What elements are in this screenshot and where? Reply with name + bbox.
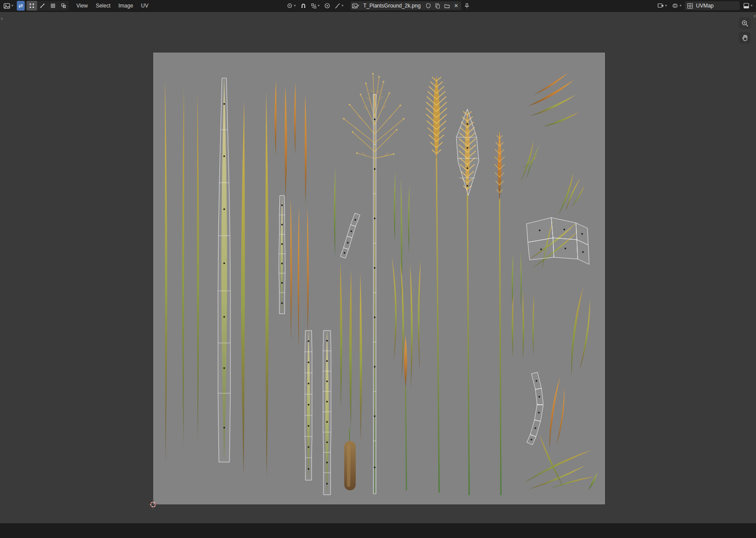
proportional-editing-icon	[324, 3, 330, 9]
sync-icon: ⇄	[19, 3, 23, 8]
pivot-point-icon	[286, 3, 293, 9]
browse-image-dropdown[interactable]: ▾	[351, 1, 360, 10]
snap-toggle-button[interactable]	[298, 1, 308, 11]
chevron-down-icon: ▾	[342, 4, 343, 8]
uvmap-selector[interactable]: UVMap	[685, 1, 740, 10]
edge-select-icon	[40, 3, 45, 8]
uvmap-name: UVMap	[693, 3, 739, 9]
vertex-select-icon	[29, 3, 34, 8]
magnifier-icon	[741, 19, 749, 27]
menu-item-view[interactable]: View	[72, 1, 92, 11]
chevron-down-icon: ▾	[357, 4, 359, 8]
overlays-dropdown[interactable]: ▾	[670, 1, 683, 11]
display-channels-icon	[743, 3, 749, 9]
editor-type-dropdown[interactable]: ▾	[2, 1, 15, 11]
pivot-point-dropdown[interactable]: ▾	[285, 1, 297, 11]
face-select-icon	[50, 3, 56, 8]
texture-image	[153, 53, 605, 504]
uv-grid-icon	[687, 3, 693, 9]
pan-button[interactable]	[739, 32, 751, 44]
select-mode-island-button[interactable]	[58, 1, 69, 11]
chevron-down-icon: ▾	[318, 4, 320, 8]
uv-editor-header: ▾ ⇄	[0, 0, 756, 12]
chevron-down-icon: ▾	[665, 4, 667, 8]
island-select-icon	[61, 3, 66, 8]
image-settings-dropdown[interactable]: ▾	[656, 1, 669, 11]
folder-icon	[444, 3, 450, 9]
sidebar-expand-arrow[interactable]: ›	[1, 15, 3, 22]
shield-icon	[426, 3, 431, 8]
overlays-icon	[672, 3, 678, 9]
chevron-down-icon: ▾	[751, 4, 752, 8]
uv-image-editor-icon	[4, 3, 10, 9]
header-center-group: ▾ ▾	[285, 0, 471, 11]
open-image-button[interactable]	[442, 1, 451, 10]
snap-settings-dropdown[interactable]: ▾	[309, 1, 321, 11]
unlink-image-button[interactable]: ✕	[451, 1, 461, 10]
select-mode-vertex-button[interactable]	[26, 1, 37, 11]
menu-item-select[interactable]: Select	[92, 1, 114, 11]
blender-uv-editor-window: ▾ ⇄	[0, 0, 756, 538]
plant-texture-atlas	[153, 53, 605, 504]
falloff-curve-icon	[335, 3, 340, 9]
header-left-group: ▾ ⇄	[2, 1, 152, 11]
menu-bar: View Select Image UV	[72, 1, 152, 11]
select-mode-edge-button[interactable]	[37, 1, 48, 11]
uv-sync-selection-toggle[interactable]: ⇄	[17, 1, 25, 11]
select-mode-face-button[interactable]	[48, 1, 58, 11]
menu-item-uv[interactable]: UV	[137, 1, 153, 11]
chevron-down-icon: ▾	[11, 4, 13, 8]
fake-user-toggle[interactable]	[424, 1, 433, 10]
2d-cursor	[148, 499, 158, 510]
close-icon: ✕	[454, 3, 459, 8]
image-datablock-field: ▾ T_PlantsGround_2k.png	[350, 1, 461, 10]
snap-increment-icon	[311, 3, 316, 9]
hand-icon	[741, 34, 749, 42]
proportional-falloff-dropdown[interactable]: ▾	[333, 1, 345, 11]
bottom-editor-strip	[0, 523, 756, 538]
duplicate-pages-icon	[435, 3, 440, 8]
pin-icon	[464, 3, 470, 9]
image-icon	[352, 3, 357, 9]
pin-image-toggle[interactable]	[462, 1, 471, 11]
chevron-down-icon: ▾	[680, 4, 681, 8]
uv-editor-viewport[interactable]: › ‹	[0, 12, 756, 523]
magnet-icon	[300, 3, 306, 9]
image-name-field[interactable]: T_PlantsGround_2k.png	[360, 3, 424, 9]
new-image-button[interactable]	[433, 1, 442, 10]
panel-collapse-arrow[interactable]: ‹	[754, 13, 756, 19]
proportional-editing-toggle[interactable]	[322, 1, 332, 11]
zoom-button[interactable]	[739, 17, 751, 29]
menu-item-image[interactable]: Image	[114, 1, 137, 11]
header-right-group: ▾ ▾ UVMap	[656, 0, 754, 11]
chevron-down-icon: ▾	[294, 4, 296, 8]
uv-select-mode-group	[26, 1, 69, 11]
display-channels-dropdown[interactable]: ▾	[741, 1, 754, 11]
image-arrow-icon	[658, 3, 664, 9]
viewport-nav-gizmos	[739, 17, 751, 44]
